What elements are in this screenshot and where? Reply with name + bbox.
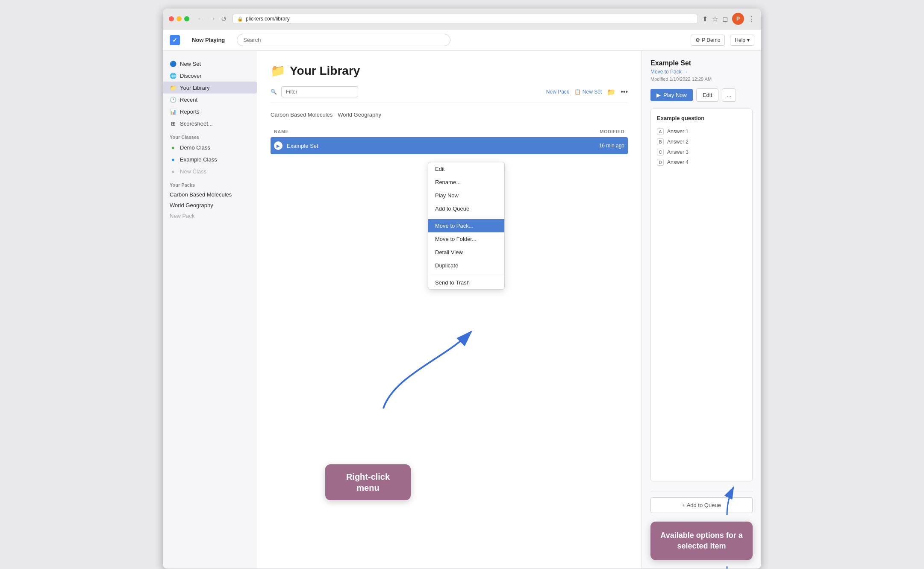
demo-class-icon: ● [170,144,177,151]
pack-tab-carbon[interactable]: Carbon Based Molecules [271,110,333,120]
minimize-traffic-light[interactable] [177,16,182,21]
context-menu-add-to-queue[interactable]: Add to Queue [428,202,504,215]
answer-option-d: D Answer 4 [657,159,746,166]
settings-button[interactable]: ⚙ P Demo [691,35,725,46]
now-playing-button[interactable]: Now Playing [187,34,230,46]
share-button[interactable]: ⬆ [702,15,708,23]
sidebar-item-discover[interactable]: 🌐 Discover [163,70,257,82]
answer-option-a: A Answer 1 [657,128,746,135]
answer-option-b: B Answer 2 [657,138,746,145]
sidebar-scoresheet-label: Scoresheet... [180,120,213,127]
annotation-right-click: Right-click menu [325,464,411,500]
help-chevron-icon: ▾ [747,37,750,43]
context-menu-rename[interactable]: Rename... [428,176,504,189]
help-button[interactable]: Help ▾ [730,35,754,46]
close-traffic-light[interactable] [169,16,174,21]
panel-play-now-button[interactable]: ▶ Play Now [650,89,693,101]
new-set-button[interactable]: 📋 New Set [574,89,602,95]
sidebar-item-demo-class[interactable]: ● Demo Class [163,141,257,153]
sidebar-new-class-label: New Class [180,168,206,175]
question-card: Example question A Answer 1 B Answer 2 C… [650,109,753,481]
sidebar-item-scoresheet[interactable]: ⊞ Scoresheet... [163,117,257,129]
sidebar-pack-world-geography[interactable]: World Geography [163,200,257,211]
header-name: NAME [274,129,573,134]
bookmark-button[interactable]: ☆ [712,15,718,23]
context-menu-play-now[interactable]: Play Now [428,189,504,202]
answer-letter-d: D [657,159,664,166]
pack-tab-world-geography[interactable]: World Geography [338,110,381,120]
toolbar-actions: New Pack 📋 New Set 📁 ••• [546,88,628,96]
play-now-label: Play Now [663,92,687,98]
back-button[interactable]: ← [195,14,206,24]
traffic-lights [169,16,189,21]
panel-actions: ▶ Play Now Edit ... [650,88,753,102]
classes-section-label: Your Classes [163,129,257,141]
new-set-label: New Set [583,89,602,95]
panel-edit-button[interactable]: Edit [696,88,718,102]
folder-button[interactable]: 📁 [607,88,615,96]
sidebar-item-recent[interactable]: 🕐 Recent [163,94,257,106]
answer-text-b: Answer 2 [667,139,689,145]
forward-button[interactable]: → [207,14,218,24]
library-toolbar: 🔍 New Pack 📋 New Set 📁 ••• [271,86,628,103]
context-menu-move-to-pack[interactable]: Move to Pack... [428,219,504,232]
help-label: Help [735,37,745,43]
extensions-button[interactable]: ◻ [722,15,728,23]
sidebar-recent-label: Recent [180,97,197,103]
example-class-icon: ● [170,156,177,163]
sidebar-pack-carbon[interactable]: Carbon Based Molecules [163,189,257,200]
discover-icon: 🌐 [170,72,177,79]
browser-window: ← → ↺ 🔒 plickers.com/library ⬆ ☆ ◻ P ⋮ ✓… [163,9,761,569]
toolbar-right: ⚙ P Demo Help ▾ [691,35,754,46]
refresh-button[interactable]: ↺ [219,14,228,24]
context-menu-divider-2 [428,274,504,274]
search-input[interactable] [237,34,450,46]
chrome-user-avatar[interactable]: P [732,13,744,25]
sidebar-library-label: Your Library [180,85,210,91]
answer-text-a: Answer 1 [667,129,689,135]
panel-title: Example Set [650,59,753,67]
library-folder-icon: 📁 [271,64,285,78]
context-menu-detail-view[interactable]: Detail View [428,246,504,259]
library-header: 📁 Your Library [271,64,628,78]
annotation-available-text: Available options for a selected item [660,531,742,550]
answer-letter-b: B [657,138,664,145]
packs-section-label: Your Packs [163,177,257,189]
reports-icon: 📊 [170,108,177,115]
annotation-right-click-text: Right-click menu [346,472,390,493]
row-play-icon: ▶ [274,141,282,150]
annotation-arrow-down [714,564,740,569]
context-menu-edit[interactable]: Edit [428,162,504,176]
app-logo: ✓ [170,35,180,45]
sidebar: 🔵 New Set 🌐 Discover 📁 Your Library 🕐 Re… [163,51,257,569]
more-options-button[interactable]: ••• [621,88,628,96]
filter-input[interactable] [281,86,358,97]
new-set-icon: 🔵 [170,60,177,67]
sidebar-item-your-library[interactable]: 📁 Your Library [163,82,257,94]
table-row[interactable]: ▶ Example Set 16 min ago [271,137,628,154]
row-name: Example Set [287,143,573,149]
chrome-menu-button[interactable]: ⋮ [748,15,755,23]
sidebar-pack-new[interactable]: New Pack [163,211,257,221]
sidebar-item-example-class[interactable]: ● Example Class [163,153,257,165]
sidebar-demo-class-label: Demo Class [180,144,210,151]
context-menu-duplicate[interactable]: Duplicate [428,259,504,272]
items-table: NAME MODIFIED ▶ Example Set 16 min ago [271,126,628,154]
context-menu-send-to-trash[interactable]: Send to Trash [428,276,504,289]
sidebar-reports-label: Reports [180,109,200,115]
gear-icon: ⚙ [695,37,700,43]
sidebar-item-new-set[interactable]: 🔵 New Set [163,58,257,70]
sidebar-item-new-class[interactable]: ● New Class [163,165,257,177]
new-set-external-icon: 📋 [574,89,581,95]
new-pack-button[interactable]: New Pack [546,89,569,95]
maximize-traffic-light[interactable] [184,16,189,21]
library-title: Your Library [290,64,360,78]
panel-move-to-pack-link[interactable]: Move to Pack → [650,69,753,75]
answer-letter-a: A [657,128,664,135]
panel-more-button[interactable]: ... [722,88,736,102]
play-icon: ▶ [656,92,661,98]
app-toolbar: ✓ Now Playing ⚙ P Demo Help ▾ [163,29,761,51]
context-menu-move-to-folder[interactable]: Move to Folder... [428,232,504,246]
address-bar[interactable]: 🔒 plickers.com/library [232,14,698,24]
sidebar-item-reports[interactable]: 📊 Reports [163,106,257,117]
